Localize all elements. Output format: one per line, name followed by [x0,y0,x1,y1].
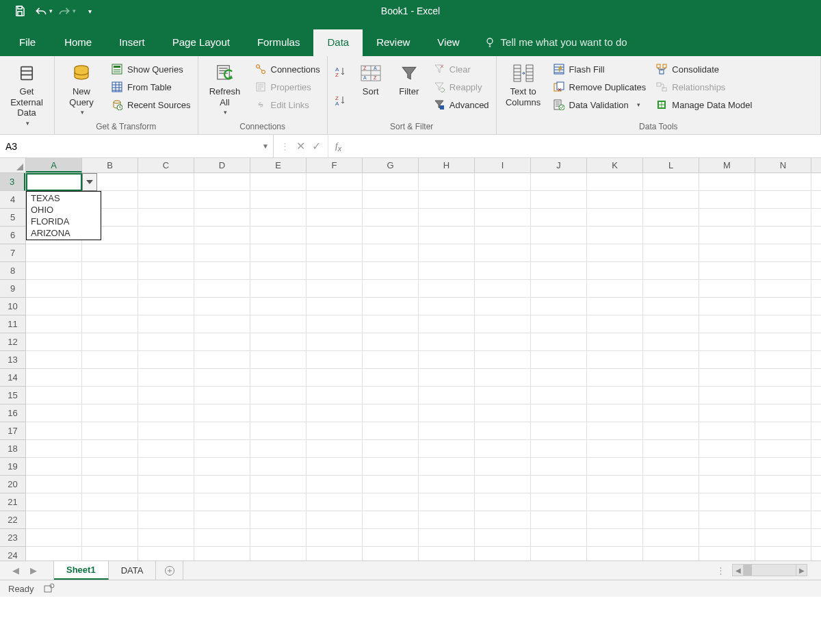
row-header-5[interactable]: 5 [0,209,25,227]
cell-F9[interactable] [307,280,363,297]
cell-M20[interactable] [699,476,755,493]
cell-F24[interactable] [307,547,363,561]
cell-B10[interactable] [82,298,138,315]
cell-N6[interactable] [755,227,811,244]
cell-N11[interactable] [755,315,811,333]
cell-N24[interactable] [755,547,811,561]
cell-D7[interactable] [194,244,250,261]
cell-M3[interactable] [699,173,755,190]
cell-M13[interactable] [699,351,755,368]
cell-C14[interactable] [138,369,194,386]
cell-K13[interactable] [587,351,643,368]
cell-N8[interactable] [755,262,811,279]
cell-D12[interactable] [194,333,250,350]
cell-K5[interactable] [587,209,643,226]
cell-B14[interactable] [82,369,138,386]
tab-insert[interactable]: Insert [105,29,159,56]
dropdown-option[interactable]: ARIZONA [27,227,101,239]
col-header-E[interactable]: E [250,158,307,172]
cell-A10[interactable] [26,298,82,315]
cell-A13[interactable] [26,351,82,368]
manage-data-model-button[interactable]: Manage Data Model [653,97,755,112]
cell-N18[interactable] [755,440,811,457]
cell-M17[interactable] [699,422,755,439]
col-header-J[interactable]: J [531,158,587,172]
cell-H9[interactable] [419,280,475,297]
cell-E11[interactable] [250,315,307,333]
cell-H8[interactable] [419,262,475,279]
cell-K18[interactable] [587,440,643,457]
customize-qat-icon[interactable]: ▾ [79,1,100,21]
cell-E18[interactable] [250,440,307,457]
dropdown-option[interactable]: FLORIDA [27,216,101,227]
cell-F12[interactable] [307,333,363,350]
cell-H17[interactable] [419,422,475,439]
cell-H12[interactable] [419,333,475,350]
cell-I24[interactable] [475,547,531,561]
sort-desc-button[interactable]: ZA [332,93,350,108]
cell-D18[interactable] [194,440,250,457]
row-header-7[interactable]: 7 [0,244,25,262]
cell-C18[interactable] [138,440,194,457]
cell-J8[interactable] [531,262,587,279]
cell-J17[interactable] [531,422,587,439]
row-header-9[interactable]: 9 [0,280,25,298]
cell-C20[interactable] [138,476,194,493]
cell-E10[interactable] [250,298,307,315]
add-sheet-button[interactable] [156,561,183,580]
cell-J3[interactable] [531,173,587,190]
cell-B24[interactable] [82,547,138,561]
cell-G14[interactable] [363,369,419,386]
cell-F11[interactable] [307,315,363,333]
cell-G4[interactable] [363,191,419,208]
cell-N19[interactable] [755,458,811,475]
cell-M12[interactable] [699,333,755,350]
cell-L11[interactable] [643,315,699,333]
cell-C15[interactable] [138,387,194,404]
cell-I8[interactable] [475,262,531,279]
cell-K15[interactable] [587,387,643,404]
cell-I15[interactable] [475,387,531,404]
cell-A12[interactable] [26,333,82,350]
cell-A18[interactable] [26,440,82,457]
cell-I11[interactable] [475,315,531,333]
clear-filter-button[interactable]: Clear [430,62,492,77]
cell-I13[interactable] [475,351,531,368]
cell-K8[interactable] [587,262,643,279]
cell-L24[interactable] [643,547,699,561]
cell-J12[interactable] [531,333,587,350]
cell-A24[interactable] [26,547,82,561]
cell-H14[interactable] [419,369,475,386]
cell-D19[interactable] [194,458,250,475]
cell-J21[interactable] [531,493,587,511]
cell-A20[interactable] [26,476,82,493]
cell-G13[interactable] [363,351,419,368]
cell-D21[interactable] [194,493,250,511]
cell-L13[interactable] [643,351,699,368]
cell-M23[interactable] [699,529,755,546]
cell-A22[interactable] [26,511,82,528]
cell-K16[interactable] [587,404,643,422]
tell-me-search[interactable]: Tell me what you want to do [473,29,638,56]
cell-J13[interactable] [531,351,587,368]
cell-H20[interactable] [419,476,475,493]
cell-E12[interactable] [250,333,307,350]
row-header-16[interactable]: 16 [0,404,25,422]
scroll-thumb[interactable] [744,565,752,576]
cell-B11[interactable] [82,315,138,333]
show-queries-button[interactable]: Show Queries [108,62,194,77]
col-header-D[interactable]: D [194,158,250,172]
col-header-A[interactable]: A [26,158,82,172]
row-header-24[interactable]: 24 [0,547,25,561]
cell-I14[interactable] [475,369,531,386]
row-header-15[interactable]: 15 [0,387,25,404]
cancel-formula-icon[interactable]: ✕ [296,140,305,153]
cell-M22[interactable] [699,511,755,528]
cell-J22[interactable] [531,511,587,528]
redo-icon[interactable]: ▾ [56,1,77,21]
cell-D24[interactable] [194,547,250,561]
cell-K3[interactable] [587,173,643,190]
cell-E4[interactable] [250,191,307,208]
cell-E14[interactable] [250,369,307,386]
cell-M8[interactable] [699,262,755,279]
